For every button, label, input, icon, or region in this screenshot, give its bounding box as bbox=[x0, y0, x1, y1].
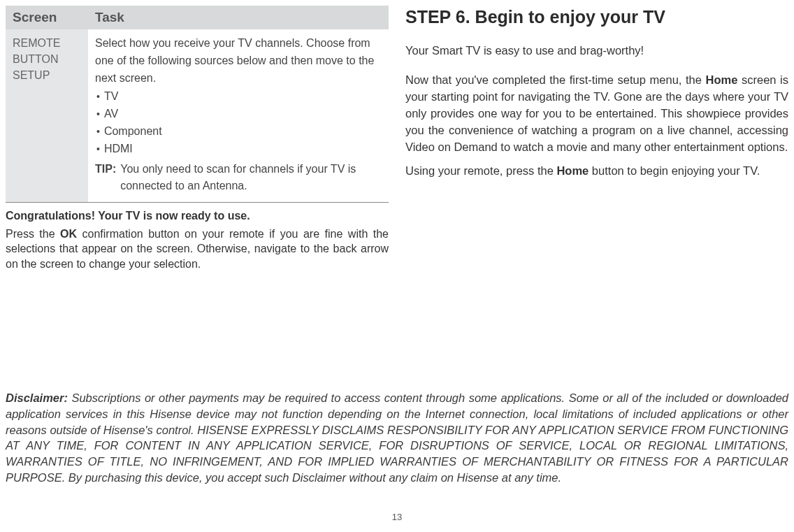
bullet-text: HDMI bbox=[104, 141, 133, 158]
tip-row: TIP: You only need to scan for channels … bbox=[95, 161, 382, 196]
bullet-text: TV bbox=[104, 88, 118, 106]
home-label: Home bbox=[706, 73, 738, 86]
bullet-icon: • bbox=[96, 142, 100, 157]
bullet-icon: • bbox=[96, 107, 100, 122]
bullet-text: AV bbox=[104, 106, 118, 123]
disclaimer-text: Disclaimer: Subscriptions or other payme… bbox=[6, 390, 788, 486]
table-row: REMOTE BUTTON SETUP Select how you recei… bbox=[6, 29, 389, 203]
congrats-text: Congratulations! Your TV is now ready to… bbox=[6, 208, 389, 224]
table-cell-screen: REMOTE BUTTON SETUP bbox=[6, 29, 88, 203]
tip-text: You only need to scan for channels if yo… bbox=[120, 161, 382, 196]
list-item: •TV bbox=[95, 88, 382, 106]
bullet-icon: • bbox=[96, 124, 100, 140]
setup-table: Screen Task REMOTE BUTTON SETUP Select h… bbox=[6, 6, 389, 203]
table-header-task: Task bbox=[88, 6, 389, 29]
text: Using your remote, press the bbox=[405, 164, 556, 177]
bullet-icon: • bbox=[96, 89, 100, 105]
tip-label: TIP: bbox=[95, 161, 116, 196]
home-label: Home bbox=[556, 164, 589, 177]
right-p1: Your Smart TV is easy to use and brag-wo… bbox=[405, 43, 788, 59]
disclaimer-label: Disclaimer: bbox=[6, 391, 68, 404]
right-p2: Now that you've completed the first-time… bbox=[405, 72, 788, 156]
list-item: •HDMI bbox=[95, 141, 382, 158]
table-cell-task: Select how you receive your TV channels.… bbox=[88, 29, 389, 203]
right-p3: Using your remote, press the Home button… bbox=[405, 163, 788, 180]
bullet-text: Component bbox=[104, 123, 162, 141]
page-number: 13 bbox=[0, 512, 794, 522]
list-item: •AV bbox=[95, 106, 382, 123]
text: button to begin enjoying your TV. bbox=[589, 164, 760, 177]
task-intro: Select how you receive your TV channels.… bbox=[95, 35, 382, 87]
ok-label: OK bbox=[60, 228, 77, 240]
text: Now that you've completed the first-time… bbox=[405, 73, 706, 86]
disclaimer-body: Subscriptions or other payments may be r… bbox=[6, 391, 788, 484]
text: Press the bbox=[6, 228, 60, 240]
table-header-screen: Screen bbox=[6, 6, 88, 29]
step-heading: STEP 6. Begin to enjoy your TV bbox=[405, 7, 788, 27]
bullet-list: •TV •AV •Component •HDMI bbox=[95, 88, 382, 157]
below-table-text: Congratulations! Your TV is now ready to… bbox=[6, 208, 389, 271]
list-item: •Component bbox=[95, 123, 382, 141]
press-ok-text: Press the OK confirmation button on your… bbox=[6, 227, 389, 272]
